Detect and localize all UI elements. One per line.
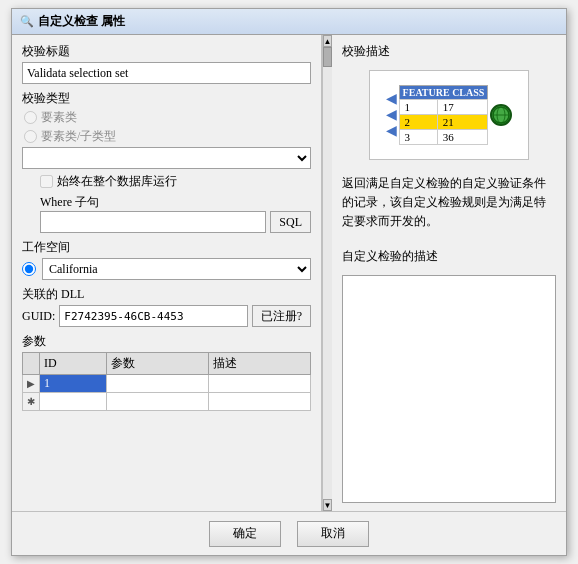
dialog-footer: 确定 取消: [12, 511, 566, 555]
title-bar-icon: 🔍: [20, 15, 34, 28]
left-scrollbar: ▲ ▼: [322, 35, 332, 511]
validation-title-section: 校验标题: [22, 43, 311, 84]
params-table: ID 参数 描述 ▶ 1 ✱: [22, 352, 311, 411]
where-input[interactable]: [40, 211, 266, 233]
fc-header: FEATURE CLASS: [399, 86, 488, 100]
scroll-up-arrow[interactable]: ▲: [323, 35, 332, 47]
always-run-row: 始终在整个数据库运行: [22, 173, 311, 190]
validation-title-input[interactable]: [22, 62, 311, 84]
guid-row: GUID: 已注册?: [22, 305, 311, 327]
left-panel: 校验标题 校验类型 要素类 要素类/子类型: [12, 35, 322, 511]
row2-indicator: ✱: [23, 393, 40, 411]
custom-desc-label: 自定义检验的描述: [342, 248, 556, 265]
fc-content: ◀ ◀ ◀ FEATURE CLASS: [386, 85, 513, 145]
feature-class-image: ◀ ◀ ◀ FEATURE CLASS: [369, 70, 529, 160]
workspace-radio[interactable]: [22, 262, 36, 276]
params-section: 参数 ID 参数 描述 ▶ 1: [22, 333, 311, 411]
custom-desc-textarea[interactable]: [342, 275, 556, 503]
description-text: 返回满足自定义检验的自定义验证条件的记录，该自定义检验规则是为满足特定要求而开发…: [342, 174, 556, 232]
type-radio1[interactable]: [24, 111, 37, 124]
col-indicator-header: [23, 353, 40, 375]
cancel-button[interactable]: 取消: [297, 521, 369, 547]
workspace-section: 工作空间 California: [22, 239, 311, 280]
validation-type-label: 校验类型: [22, 90, 311, 107]
type-option2: 要素类/子类型: [24, 128, 311, 145]
row2-id[interactable]: [40, 393, 107, 411]
right-panel-inner: 校验描述 ◀ ◀ ◀ FE: [342, 43, 556, 503]
workspace-select[interactable]: California: [42, 258, 311, 280]
col-param-header: 参数: [106, 353, 208, 375]
validation-type-section: 校验类型 要素类 要素类/子类型: [22, 90, 311, 233]
dialog-content: 校验标题 校验类型 要素类 要素类/子类型: [12, 35, 566, 511]
always-run-checkbox[interactable]: [40, 175, 53, 188]
dll-section: 关联的 DLL GUID: 已注册?: [22, 286, 311, 327]
table-row[interactable]: ✱: [23, 393, 311, 411]
workspace-label: 工作空间: [22, 239, 311, 256]
fc-row1-id: 1: [399, 100, 437, 115]
fc-row2-id: 2: [399, 115, 437, 130]
fc-row1-val: 17: [437, 100, 488, 115]
guid-input[interactable]: [59, 305, 247, 327]
subtype-select[interactable]: [22, 147, 311, 169]
validation-desc-label: 校验描述: [342, 43, 556, 60]
ok-button[interactable]: 确定: [209, 521, 281, 547]
reg-button[interactable]: 已注册?: [252, 305, 311, 327]
scroll-down-arrow[interactable]: ▼: [323, 499, 332, 511]
type-radio2[interactable]: [24, 130, 37, 143]
dll-label: 关联的 DLL: [22, 286, 311, 303]
col-id-header: ID: [40, 353, 107, 375]
row1-id[interactable]: 1: [40, 375, 107, 393]
row2-param[interactable]: [106, 393, 208, 411]
fc-arrows: ◀ ◀ ◀: [386, 92, 397, 138]
fc-row1: 1 17: [399, 100, 488, 115]
title-bar: 🔍 自定义检查 属性: [12, 9, 566, 35]
sql-button[interactable]: SQL: [270, 211, 311, 233]
scroll-thumb[interactable]: [323, 47, 332, 67]
fc-table: FEATURE CLASS 1 17 2 21: [399, 85, 489, 145]
arrow2: ◀: [386, 108, 397, 122]
row1-indicator: ▶: [23, 375, 40, 393]
arrow3: ◀: [386, 124, 397, 138]
guid-label: GUID:: [22, 309, 55, 324]
dialog-window: 🔍 自定义检查 属性 校验标题 校验类型 要素类: [11, 8, 567, 556]
arrow1: ◀: [386, 92, 397, 106]
fc-row3-id: 3: [399, 130, 437, 145]
validation-title-label: 校验标题: [22, 43, 311, 60]
params-label: 参数: [22, 333, 311, 350]
col-desc-header: 描述: [208, 353, 310, 375]
type-option1: 要素类: [24, 109, 311, 126]
workspace-row: California: [22, 258, 311, 280]
fc-row3-val: 36: [437, 130, 488, 145]
globe-icon: [490, 104, 512, 126]
subtype-select-row: [22, 147, 311, 169]
fc-row2-val: 21: [437, 115, 488, 130]
type-radio-group: 要素类 要素类/子类型: [22, 109, 311, 145]
scroll-track: [323, 47, 332, 499]
row1-param[interactable]: [106, 375, 208, 393]
table-row[interactable]: ▶ 1: [23, 375, 311, 393]
row2-desc[interactable]: [208, 393, 310, 411]
dialog-title: 自定义检查 属性: [38, 13, 125, 30]
fc-row2: 2 21: [399, 115, 488, 130]
where-row: SQL: [22, 211, 311, 233]
row1-desc[interactable]: [208, 375, 310, 393]
right-panel: 校验描述 ◀ ◀ ◀ FE: [332, 35, 566, 511]
fc-row3: 3 36: [399, 130, 488, 145]
where-label: Where 子句: [22, 194, 311, 211]
